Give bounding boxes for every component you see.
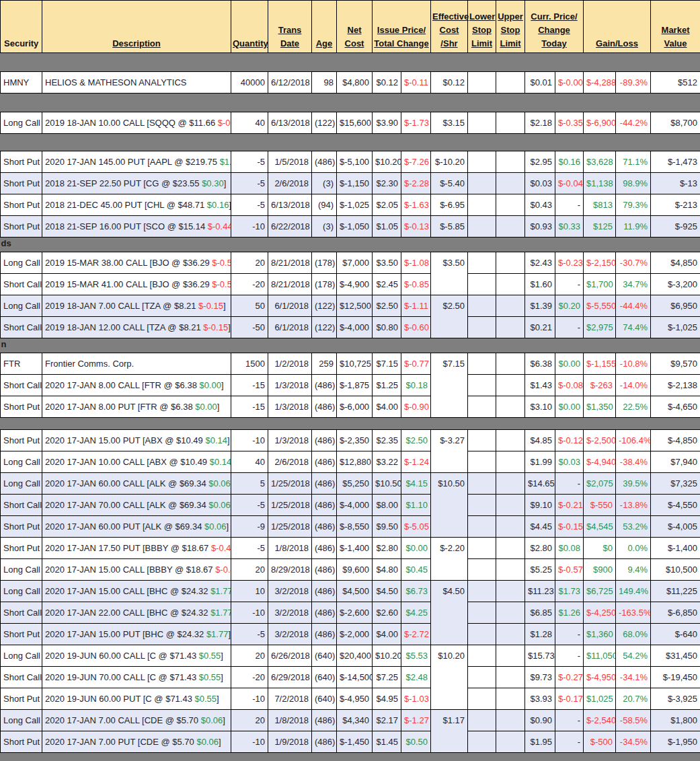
- description-text: ]: [223, 715, 225, 725]
- section-divider: [1, 418, 700, 430]
- curr-price-cell: $1.39: [525, 295, 555, 317]
- age-cell: (486): [312, 602, 337, 624]
- column-header-lower-stop-limit[interactable]: Lower Stop Limit: [468, 1, 496, 53]
- column-header-trans-date[interactable]: Trans Date: [268, 1, 312, 53]
- market-value-cell: $-4,005: [651, 516, 700, 538]
- description-cell: 2018 21-SEP 16.00 PUT [SCO @ $15.14 $-0.…: [42, 216, 231, 238]
- column-header-upper-stop-limit[interactable]: Upper Stop Limit: [496, 1, 525, 53]
- section-divider: [1, 134, 700, 151]
- description-cell: 2018 21-SEP 22.50 PUT [CG @ $23.55 $0.30…: [42, 173, 231, 194]
- gain-loss-pct-cell: 39.5%: [616, 473, 651, 495]
- position-row: Long Call2020 19-JUN 60.00 CALL [C @ $71…: [1, 645, 700, 667]
- age-cell: (486): [312, 710, 337, 731]
- security-cell: Short Call: [1, 317, 42, 338]
- description-change-text: $1.87: [220, 157, 231, 167]
- net-cost-cell: $-1,025: [337, 194, 373, 216]
- market-value-cell: $512: [651, 72, 700, 94]
- description-text: 2020 17-JAN 60.00 CALL [ALK @ $69.34: [45, 478, 208, 488]
- security-cell: FTR: [1, 353, 42, 375]
- change-today-cell: $-0.08: [555, 375, 584, 396]
- effective-cost-cell: $3.50: [431, 252, 468, 295]
- column-header-market-value[interactable]: Market Value: [651, 1, 700, 53]
- trans-date-cell: 1/9/2018: [268, 731, 312, 753]
- trans-date-cell: 7/2/2018: [268, 688, 312, 710]
- upper-stop-limit-cell: [496, 516, 525, 538]
- total-change-cell: $6.73: [401, 581, 431, 602]
- lower-stop-limit-cell: [468, 295, 496, 317]
- age-cell: (486): [312, 473, 337, 495]
- position-row: Long Call2020 17-JAN 10.00 CALL [ABX @ $…: [1, 451, 700, 473]
- column-header-gain-loss[interactable]: Gain/Loss: [584, 1, 651, 53]
- column-header-quantity[interactable]: Quantity: [231, 1, 268, 53]
- quantity-cell: -5: [231, 151, 268, 173]
- market-value-cell: $-1,025: [651, 317, 700, 338]
- net-cost-cell: $-2,350: [337, 430, 373, 451]
- gain-loss-pct-cell: 9.4%: [616, 559, 651, 581]
- gain-loss-cell: $-2,150: [584, 252, 616, 274]
- total-change-cell: $-1.27: [401, 710, 431, 731]
- net-cost-cell: $-4,950: [337, 688, 373, 710]
- total-change-cell: $-1.03: [401, 688, 431, 710]
- effective-cost-cell: $1.17: [431, 710, 468, 753]
- position-row: Short Call2019 18-JAN 12.00 CALL [TZA @ …: [1, 317, 700, 338]
- position-row: HMNYHELIOS & MATHESON ANALYTICS400006/12…: [1, 72, 700, 94]
- position-row: Long Call2020 17-JAN 15.00 CALL [BBBY @ …: [1, 559, 700, 581]
- quantity-cell: 20: [231, 710, 268, 731]
- gain-loss-pct-cell: 79.3%: [616, 194, 651, 216]
- description-change-text: $0.06: [208, 478, 231, 488]
- description-change-text: $-0.50: [212, 279, 231, 289]
- description-change-text: $-0.45: [218, 118, 231, 128]
- issue-price-cell: $2.45: [373, 274, 401, 295]
- curr-price-cell: $0.21: [525, 317, 555, 338]
- issue-price-cell: $4.80: [373, 559, 401, 581]
- total-change-cell: $4.25: [401, 602, 431, 624]
- curr-price-cell: $9.73: [525, 667, 555, 688]
- net-cost-cell: $12,500: [337, 295, 373, 317]
- lower-stop-limit-cell: [468, 731, 496, 753]
- total-change-cell: $-7.26: [401, 151, 431, 173]
- upper-stop-limit-cell: [496, 353, 525, 375]
- total-change-cell: $0.00: [401, 538, 431, 559]
- upper-stop-limit-cell: [496, 602, 525, 624]
- age-cell: (122): [312, 317, 337, 338]
- change-today-cell: $-0.00: [555, 72, 584, 94]
- gain-loss-cell: $1,138: [584, 173, 616, 194]
- change-today-cell: $0.00: [555, 353, 584, 375]
- change-today-cell: $-0.17: [555, 688, 584, 710]
- net-cost-cell: $-6,000: [337, 396, 373, 418]
- security-cell: Long Call: [1, 710, 42, 731]
- description-text: ]: [217, 402, 220, 412]
- lower-stop-limit-cell: [468, 538, 496, 559]
- market-value-cell: $11,225: [651, 581, 700, 602]
- curr-price-cell: $2.95: [525, 151, 555, 173]
- trans-date-cell: 1/3/2018: [268, 375, 312, 396]
- description-cell: 2020 17-JAN 8.00 PUT [FTR @ $6.38 $0.00]: [42, 396, 231, 418]
- column-header-description[interactable]: Description: [42, 1, 231, 53]
- description-text: 2020 17-JAN 60.00 PUT [ALK @ $69.34: [45, 521, 204, 532]
- position-row: Short Put2020 17-JAN 8.00 PUT [FTR @ $6.…: [1, 396, 700, 418]
- description-change-text: $0.14: [210, 457, 231, 467]
- column-header-issue-price[interactable]: Issue Price/ Total Change: [373, 1, 431, 53]
- age-cell: (486): [312, 375, 337, 396]
- gain-loss-cell: $900: [584, 559, 616, 581]
- column-header-effective-cost[interactable]: Effective Cost /Shr: [431, 1, 468, 53]
- age-cell: (486): [312, 731, 337, 753]
- trans-date-cell: 6/1/2018: [268, 317, 312, 338]
- column-header-age[interactable]: Age: [312, 1, 337, 53]
- column-header-net-cost[interactable]: Net Cost: [337, 1, 373, 53]
- issue-price-cell: $9.50: [373, 516, 401, 538]
- gain-loss-cell: $4,545: [584, 516, 616, 538]
- quantity-cell: -5: [231, 538, 268, 559]
- lower-stop-limit-cell: [468, 194, 496, 216]
- lower-stop-limit-cell: [468, 375, 496, 396]
- total-change-cell: $2.50: [401, 430, 431, 451]
- net-cost-cell: $-4,900: [337, 274, 373, 295]
- age-cell: (486): [312, 396, 337, 418]
- net-cost-cell: $10,725: [337, 353, 373, 375]
- security-cell: Short Put: [1, 194, 42, 216]
- upper-stop-limit-cell: [496, 688, 525, 710]
- gain-loss-pct-cell: 68.0%: [616, 624, 651, 645]
- column-header-curr-price[interactable]: Curr. Price/ Change Today: [525, 1, 584, 53]
- curr-price-cell: $2.43: [525, 252, 555, 274]
- lower-stop-limit-cell: [468, 430, 496, 451]
